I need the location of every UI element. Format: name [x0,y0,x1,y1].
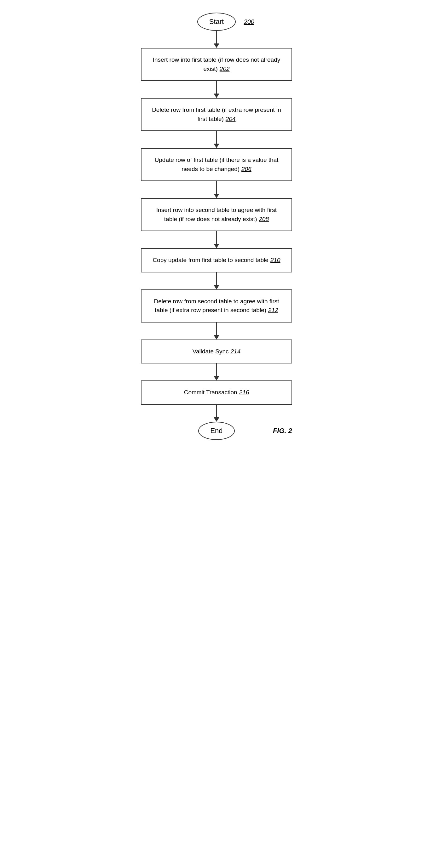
arrow-line [216,31,217,43]
box7-ref: 214 [231,348,241,354]
arrow-line [216,273,217,285]
start-row: Start 200 [141,12,292,31]
box5-ref: 210 [270,257,281,263]
arrow-5 [214,231,219,248]
arrow-2 [214,81,219,98]
arrow-7 [214,322,219,340]
box1-ref: 202 [220,65,230,72]
arrow-head [214,335,219,340]
end-row: End FIG. 2 [141,422,292,440]
start-ref: 200 [244,18,254,26]
box8-text: Commit Transaction [184,389,237,396]
box6-ref: 212 [268,307,278,313]
arrow-1 [214,31,219,48]
arrow-head [214,285,219,289]
flowchart: Start 200 Insert row into first table (i… [128,12,305,440]
arrow-line [216,181,217,194]
box-202: Insert row into first table (if row does… [141,48,292,81]
arrow-head [214,194,219,198]
box2-ref: 204 [226,116,236,122]
arrow-head [214,417,219,422]
arrow-8 [214,364,219,380]
end-oval: End [198,422,234,440]
box5-text: Copy update from first table to second t… [152,257,268,263]
box7-text: Validate Sync [193,348,229,354]
box8-ref: 216 [239,389,249,396]
arrow-head [214,144,219,148]
end-label: End [210,427,223,435]
arrow-line [216,364,217,376]
arrow-line [216,231,217,244]
arrow-3 [214,131,219,148]
arrow-line [216,322,217,335]
arrow-head [214,376,219,380]
box-208: Insert row into second table to agree wi… [141,198,292,231]
arrow-head [214,244,219,248]
start-oval: Start [197,12,236,31]
box4-ref: 208 [259,216,269,222]
arrow-4 [214,181,219,198]
arrow-head [214,43,219,48]
box2-text: Delete row from first table (if extra ro… [152,106,281,122]
box1-text: Insert row into first table (if row does… [153,56,280,72]
arrow-line [216,131,217,144]
box-210: Copy update from first table to second t… [141,248,292,273]
fig-label: FIG. 2 [273,427,292,435]
start-label: Start [209,18,224,26]
arrow-line [216,405,217,417]
arrow-line [216,81,217,94]
box-212: Delete row from second table to agree wi… [141,289,292,322]
arrow-head [214,94,219,98]
box6-text: Delete row from second table to agree wi… [154,298,279,314]
box3-text: Update row of first table (if there is a… [155,157,279,172]
box-214: Validate Sync214 [141,340,292,364]
box-206: Update row of first table (if there is a… [141,148,292,181]
box-204: Delete row from first table (if extra ro… [141,98,292,131]
box3-ref: 206 [241,166,252,172]
arrow-9 [214,405,219,422]
arrow-6 [214,273,219,289]
box-216: Commit Transaction216 [141,380,292,405]
